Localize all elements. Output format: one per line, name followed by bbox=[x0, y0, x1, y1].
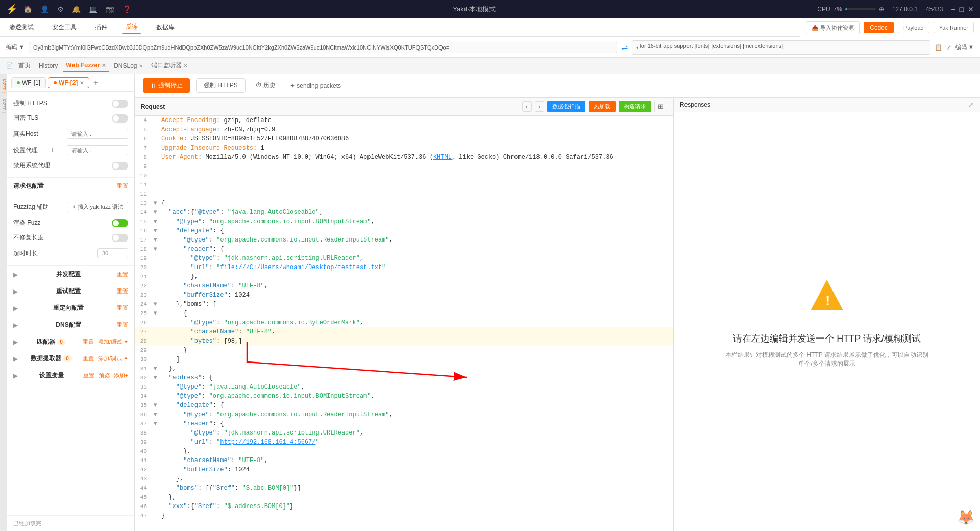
fuzzer-side-icon[interactable]: Fuzzer bbox=[1, 76, 7, 96]
settings-icon[interactable]: ⚙ bbox=[57, 5, 64, 13]
stain-fuzz-toggle[interactable] bbox=[112, 219, 128, 227]
packet-scan-button[interactable]: 数据包扫描 bbox=[547, 101, 585, 112]
code-line-19: 19 "@type": "jdk.nashorn.api.scripting.U… bbox=[135, 254, 673, 263]
gmsm-tls-toggle[interactable] bbox=[112, 114, 128, 123]
codec-button[interactable]: Codec bbox=[864, 22, 894, 33]
app-title: Yakit·本地模式 bbox=[453, 5, 496, 14]
extractor-title: 数据提取器 0 bbox=[31, 354, 72, 363]
expand-icon[interactable]: ⤢ bbox=[946, 44, 951, 51]
concurrent-reset[interactable]: 重置 bbox=[117, 271, 128, 278]
help-icon[interactable]: ❓ bbox=[122, 5, 131, 13]
disable-sys-proxy-toggle[interactable] bbox=[112, 162, 128, 170]
timeout-input[interactable] bbox=[97, 248, 128, 258]
fuzztag-label: Fuzztag 辅助 bbox=[13, 203, 49, 211]
variable-add[interactable]: 添加+ bbox=[114, 372, 128, 379]
hot-load-button[interactable]: 热加载 bbox=[589, 101, 616, 112]
retry-config-header[interactable]: ▶ 重试配置 重置 bbox=[7, 283, 134, 300]
notification-icon[interactable]: 🔔 bbox=[72, 5, 81, 13]
code-line-42: 42 "bufferSize": 1024 bbox=[135, 465, 673, 474]
variable-preview[interactable]: 预览 bbox=[99, 372, 110, 379]
nav-left-button[interactable]: ‹ bbox=[522, 101, 531, 112]
code-line-46: 46 "xxx":{"$ref": "$.address.BOM[0]"} bbox=[135, 502, 673, 511]
force-https-button[interactable]: 强制 HTTPS bbox=[196, 78, 246, 93]
page-icon: 📄 bbox=[6, 62, 13, 69]
minimize-button[interactable]: − bbox=[951, 5, 955, 13]
redirect-reset[interactable]: 重置 bbox=[117, 304, 128, 312]
code-line-22: 22 "charsetName": "UTF-8", bbox=[135, 281, 673, 291]
menu-item-security[interactable]: 安全工具 bbox=[49, 21, 80, 34]
plus-icon[interactable]: ⊕ bbox=[879, 6, 884, 13]
arrow-icon: ⇌ bbox=[621, 42, 628, 52]
extractor-reset[interactable]: 重置 bbox=[83, 355, 94, 363]
fuzztag-section: Fuzztag 辅助 + 插入 yak.fuzz 语法 渲染 Fuzz 不修复长… bbox=[7, 195, 134, 266]
maximize-button[interactable]: □ bbox=[960, 5, 964, 13]
code-line-7: 7 Upgrade-Insecure-Requests: 1 bbox=[135, 143, 673, 153]
nav-right-button[interactable]: › bbox=[535, 101, 544, 112]
responses-label: Responses bbox=[680, 101, 710, 108]
main-content: Fuzzer Fuzzer WF-[1] WF-[2] ✕ + 强制 HTTPS bbox=[0, 74, 980, 531]
add-tab-button[interactable]: + bbox=[91, 78, 100, 87]
force-stop-button[interactable]: ⏸ 强制停止 bbox=[143, 78, 190, 93]
dns-reset[interactable]: 重置 bbox=[117, 321, 128, 329]
force-https-row: 强制 HTTPS bbox=[13, 96, 128, 111]
variable-reset[interactable]: 重置 bbox=[83, 372, 94, 379]
response-body: ! 请在左边编辑并发送一个 HTTP 请求/模糊测试 本栏结果针对模糊测试的多个… bbox=[674, 112, 980, 531]
dns-config-header[interactable]: ▶ DNS配置 重置 bbox=[7, 317, 134, 333]
camera-icon[interactable]: 📷 bbox=[106, 5, 114, 13]
menu-item-pentest[interactable]: 渗透测试 bbox=[6, 21, 37, 34]
matcher-header[interactable]: ▶ 匹配器 0 重置 添加/调试 ✦ bbox=[7, 333, 134, 350]
close-button[interactable]: ✕ bbox=[968, 5, 974, 13]
menu-item-database[interactable]: 数据库 bbox=[153, 21, 178, 34]
extractor-header[interactable]: ▶ 数据提取器 0 重置 添加/调试 ✦ bbox=[7, 350, 134, 367]
fuzztag-row: Fuzztag 辅助 + 插入 yak.fuzz 语法 bbox=[13, 199, 128, 215]
no-fix-length-toggle[interactable] bbox=[112, 234, 128, 242]
codec-input[interactable] bbox=[29, 42, 617, 53]
code-editor[interactable]: 4 Accept-Encoding: gzip, deflate 5 Accep… bbox=[135, 116, 673, 531]
fuzzer2-side-icon[interactable]: Fuzzer bbox=[1, 96, 7, 116]
tab-port-listener[interactable]: 端口监听器 ✕ bbox=[148, 59, 190, 72]
insert-fuzztag-button[interactable]: + 插入 yak.fuzz 语法 bbox=[68, 202, 128, 212]
expand-button[interactable]: ⊞ bbox=[654, 101, 667, 112]
wf-tab-2[interactable]: WF-[2] ✕ bbox=[48, 77, 89, 88]
yak-runner-button[interactable]: Yak Runner bbox=[934, 22, 974, 33]
menu-bar: 渗透测试 安全工具 插件 反连 数据库 bbox=[0, 18, 800, 37]
cpu-bar bbox=[845, 8, 876, 10]
tab-history[interactable]: History bbox=[36, 60, 61, 71]
history-button[interactable]: ⏱ 历史 bbox=[252, 79, 280, 92]
request-config-reset[interactable]: 重置 bbox=[117, 182, 128, 190]
construct-request-button[interactable]: 构造请求 bbox=[619, 101, 651, 112]
redirect-config-section: ▶ 重定向配置 重置 bbox=[7, 300, 134, 317]
code-line-23: 23 "bufferSize": 1024 bbox=[135, 291, 673, 300]
set-variable-header[interactable]: ▶ 设置变量 重置 预览 添加+ bbox=[7, 367, 134, 384]
payload-button[interactable]: Payload bbox=[898, 22, 929, 33]
retry-reset[interactable]: 重置 bbox=[117, 287, 128, 295]
force-https-toggle[interactable] bbox=[112, 100, 128, 108]
user-icon[interactable]: 👤 bbox=[40, 5, 49, 13]
matcher-reset[interactable]: 重置 bbox=[83, 338, 94, 346]
matcher-add[interactable]: 添加/调试 ✦ bbox=[98, 338, 128, 346]
concurrent-config-header[interactable]: ▶ 并发配置 重置 bbox=[7, 266, 134, 283]
code-line-36: 36 ▼ "@type": "org.apache.commons.io.inp… bbox=[135, 410, 673, 419]
set-variable-section: ▶ 设置变量 重置 预览 添加+ bbox=[7, 367, 134, 384]
extractor-add[interactable]: 添加/调试 ✦ bbox=[98, 355, 128, 363]
title-bar-left: ⚡ 🏠 👤 ⚙ 🔔 💻 📷 ❓ bbox=[6, 4, 131, 15]
code-line-11: 11 bbox=[135, 180, 673, 189]
sending-packets-button[interactable]: ✦ sending packets bbox=[286, 80, 345, 92]
code-line-5: 5 Accept-Language: zh-CN,zh;q=0.9 bbox=[135, 125, 673, 134]
menu-item-plugin[interactable]: 插件 bbox=[92, 21, 110, 34]
copy-icon[interactable]: 📋 bbox=[935, 44, 942, 51]
redirect-config-header[interactable]: ▶ 重定向配置 重置 bbox=[7, 300, 134, 317]
home-icon[interactable]: 🏠 bbox=[23, 5, 32, 13]
tab-web-fuzzer[interactable]: Web Fuzzer ✕ bbox=[63, 60, 109, 72]
real-host-input[interactable] bbox=[67, 129, 128, 139]
set-proxy-input[interactable] bbox=[67, 145, 128, 155]
wf-tab-1[interactable]: WF-[1] bbox=[11, 77, 46, 88]
menu-item-refcon[interactable]: 反连 bbox=[122, 20, 141, 34]
request-config-header[interactable]: 请求包配置 重置 bbox=[7, 178, 134, 195]
tab-first-page[interactable]: 首页 bbox=[15, 59, 34, 72]
tab-dns-log[interactable]: DNSLog ✕ bbox=[111, 60, 146, 71]
real-host-label: 真实Host bbox=[13, 130, 38, 138]
response-expand-button[interactable]: ⤢ bbox=[968, 101, 974, 109]
import-resources-button[interactable]: 📥 导入协作资源 bbox=[806, 21, 860, 34]
monitor-icon[interactable]: 💻 bbox=[89, 5, 97, 13]
